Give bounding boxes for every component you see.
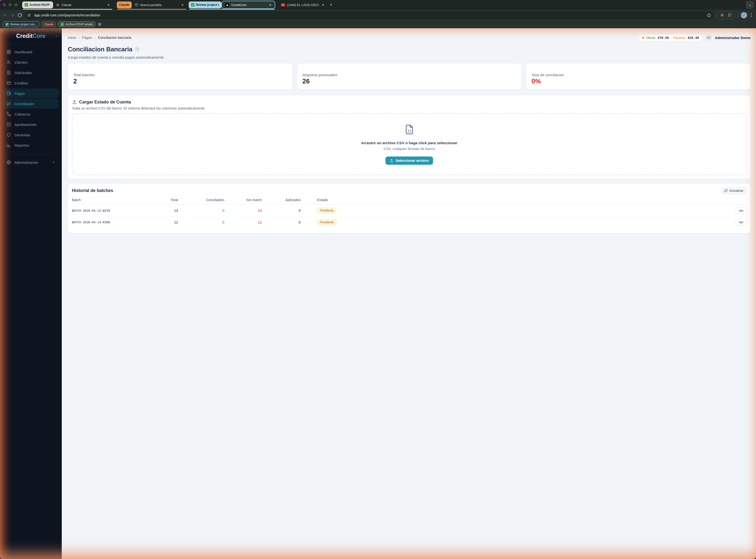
swap-arrows-icon — [6, 101, 11, 106]
close-tab-icon[interactable]: ✕ — [269, 3, 272, 7]
sidebar-item-label: Dashboard — [15, 50, 32, 54]
sidebar-collapse-icon[interactable]: ‹ — [55, 33, 57, 38]
sin-match-value: 14 — [224, 208, 262, 213]
claude-starburst-icon — [56, 3, 60, 7]
browser-window: ✓ Archive RSVP ema Claude ✕ Claude Nueva… — [0, 0, 378, 280]
main-panel: Inicio Pagos Conciliacion bancaria Ofici… — [62, 28, 378, 280]
breadcrumb-pagos[interactable]: Pagos — [82, 36, 92, 40]
total-value: 12 — [163, 220, 178, 224]
sidebar-item-cobranza[interactable]: Cobranza — [3, 109, 59, 119]
breadcrumb-inicio[interactable]: Inicio — [68, 36, 76, 40]
sin-match-value: 12 — [224, 220, 262, 224]
forward-icon[interactable] — [10, 13, 15, 18]
table-row: BATCH-2026-04-14-K5D8 12 0 12 0 Pendient… — [72, 216, 378, 228]
sidebar-item-garantias[interactable]: Garantias — [3, 130, 59, 140]
close-tab-icon[interactable]: ✕ — [107, 3, 110, 7]
breadcrumb-separator — [79, 36, 80, 40]
total-value: 14 — [163, 208, 178, 213]
conciliados-value: 0 — [178, 208, 224, 213]
phone-icon — [6, 112, 11, 116]
sidebar-item-aprobaciones[interactable]: Aprobaciones — [3, 119, 59, 129]
reload-icon[interactable] — [17, 13, 22, 18]
sidebar-item-clientes[interactable]: Clientes — [3, 58, 59, 67]
check-square-icon — [6, 122, 11, 127]
col-total: Total — [163, 198, 178, 202]
credit-card-icon — [6, 81, 11, 85]
conciliados-value: 0 — [178, 220, 224, 224]
page-subtitle: Carga estados de cuenta y concilia pagos… — [68, 55, 378, 59]
tab-label: Nueva pestaña — [140, 3, 161, 7]
close-window-button[interactable] — [3, 3, 6, 6]
tab-label: CreditCore — [231, 3, 247, 7]
site-controls-icon[interactable] — [26, 12, 32, 18]
tab-claude[interactable]: Claude ✕ — [53, 1, 113, 9]
app-sidebar: CreditCore ‹ Dashboard Clientes Solicitu… — [0, 28, 62, 280]
upload-icon — [72, 100, 77, 105]
sidebar-item-label: Conciliacion — [15, 102, 34, 106]
col-batch: Batch — [72, 198, 163, 202]
breadcrumb-separator — [94, 36, 95, 40]
stat-card-registros: Registros procesados 26 — [297, 63, 378, 90]
check-emoji-icon: ✓ — [5, 23, 9, 26]
sidebar-item-pagos[interactable]: Pagos — [3, 89, 59, 98]
tab-creditcore-active[interactable]: CreditCore ✕ — [221, 1, 275, 9]
sidebar-item-label: Garantias — [15, 133, 30, 137]
tab-groups-grid-icon[interactable] — [98, 22, 102, 26]
csv-dropzone[interactable]: Arrastre un archivo CSV o haga click par… — [72, 113, 378, 175]
youtube-favicon — [281, 3, 285, 6]
chip-claude[interactable]: Claude — [42, 21, 56, 27]
tab-strip: ✓ Archive RSVP ema Claude ✕ Claude Nueva… — [0, 0, 378, 10]
upload-card-title: Cargar Estado de Cuenta — [79, 99, 131, 105]
stat-label: Registros procesados — [303, 73, 378, 77]
tab-group-header-archive[interactable]: ✓ Archive RSVP ema — [22, 1, 53, 8]
breadcrumb-current: Conciliacion bancaria — [98, 36, 131, 40]
users-icon — [6, 60, 11, 65]
table-row: BATCH-2026-04-15-W1V9 14 0 14 0 Pendient… — [72, 205, 378, 216]
col-sin-match: Sin match — [224, 198, 262, 202]
sidebar-item-dashboard[interactable]: Dashboard — [3, 47, 59, 57]
minimize-window-button[interactable] — [9, 3, 12, 6]
close-tab-icon[interactable]: ✕ — [181, 3, 184, 7]
breadcrumb: Inicio Pagos Conciliacion bancaria — [68, 36, 131, 40]
page-title: Conciliacion Bancaria — [68, 46, 132, 53]
tab-group-header-claude[interactable]: Claude — [117, 1, 132, 8]
aplicados-value: 0 — [262, 208, 301, 213]
sidebar-item-label: Aprobaciones — [15, 122, 37, 127]
batch-history-card: Historial de batches Actualizar Batch To… — [68, 183, 378, 233]
sidebar-item-solicitudes[interactable]: Solicitudes — [3, 68, 59, 77]
app-logo: CreditCore — [16, 33, 46, 39]
url-text[interactable]: app.credit-core.com/payments/reconciliat… — [34, 13, 378, 17]
col-aplicados: Aplicados — [262, 198, 301, 202]
tab-label: Archive RSVP ema — [29, 3, 51, 6]
stat-value: 26 — [303, 77, 378, 85]
address-bar[interactable]: app.credit-core.com/payments/reconciliat… — [25, 11, 378, 19]
aplicados-value: 0 — [262, 220, 301, 224]
sidebar-item-creditos[interactable]: Creditos — [3, 78, 59, 88]
file-text-icon — [6, 70, 11, 75]
sidebar-item-label: Clientes — [15, 60, 27, 64]
chip-label: Archive RSVP emails — [65, 23, 93, 26]
sidebar-item-label: Cobranza — [15, 112, 30, 116]
maximize-window-button[interactable] — [15, 3, 17, 6]
chip-review-project[interactable]: ✓ Review project con... — [3, 21, 39, 27]
sidebar-item-administracion[interactable]: Administracion — [3, 157, 59, 167]
chip-label: Review project con... — [10, 23, 37, 26]
upload-card-subtitle: Suba un archivo CSV del banco. El sistem… — [72, 106, 378, 110]
status-badge: Pendiente — [317, 208, 337, 214]
stat-label: Total batches — [73, 73, 287, 77]
sidebar-item-label: Administracion — [15, 160, 38, 164]
sidebar-item-reportes[interactable]: Reportes — [3, 140, 59, 150]
tab-group-header-review[interactable]: ✓ Review project co — [188, 1, 221, 8]
sidebar-item-conciliacion[interactable]: Conciliacion — [3, 99, 59, 109]
chip-archive-rsvp[interactable]: ✓ Archive RSVP emails — [58, 21, 95, 27]
new-tab-button[interactable]: + — [330, 2, 332, 7]
tab-youtube[interactable]: (1440) EL LADO OSCURO DE ✕ — [278, 1, 327, 9]
tab-nueva-pestana[interactable]: Nueva pestaña ✕ — [132, 1, 187, 9]
close-tab-icon[interactable]: ✕ — [322, 3, 325, 7]
help-icon[interactable]: ? — [135, 47, 139, 52]
dropzone-main-text: Arrastre un archivo CSV o haga click par… — [361, 141, 378, 145]
logo-row: CreditCore ‹ — [0, 28, 62, 44]
back-icon[interactable] — [3, 13, 8, 18]
tab-group-chips-row: ✓ Review project con... Claude ✓ Archive… — [0, 21, 378, 28]
traffic-lights[interactable] — [3, 3, 17, 6]
